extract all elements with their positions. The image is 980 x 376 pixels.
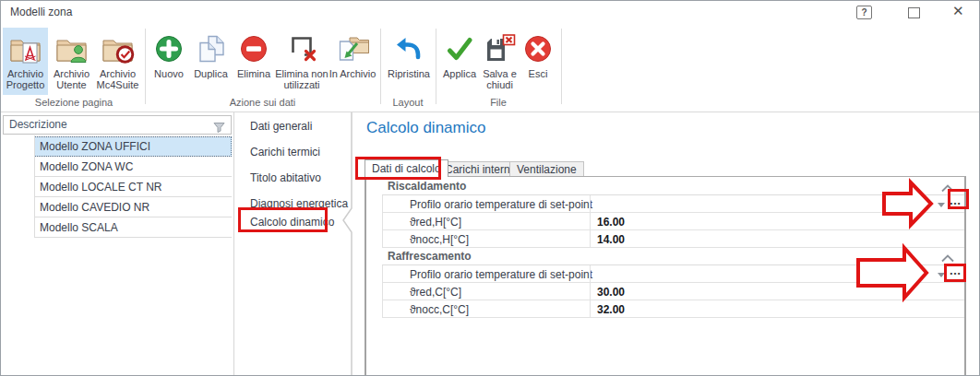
ribbon-button-label: Archivio Mc4Suite <box>93 68 142 90</box>
group-title: Raffrescamento <box>388 250 472 263</box>
exit-icon <box>522 30 554 67</box>
ribbon-button-label: Archivio Progetto <box>3 68 48 90</box>
property-value[interactable]: 14.00 <box>597 233 625 246</box>
ribbon-group-separator <box>561 29 562 104</box>
ribbon-button-label: Esci <box>529 68 548 79</box>
remove-icon <box>238 30 269 67</box>
delete-unused-icon <box>286 30 317 67</box>
property-grid: Riscaldamento Profilo orario temperature… <box>365 176 966 376</box>
property-row[interactable]: ϑred,C[°C] 30.00 <box>382 283 964 300</box>
list-header-label: Descrizione <box>9 118 67 131</box>
archivio-utente-button[interactable]: Archivio Utente <box>50 28 93 95</box>
archivio-mc4suite-button[interactable]: Archivio Mc4Suite <box>93 28 142 95</box>
list-panel-border <box>233 112 234 376</box>
group-row-raffrescamento[interactable]: Raffrescamento <box>382 248 964 265</box>
elimina-button[interactable]: Elimina <box>233 28 274 95</box>
list-item-label: Modello ZONA WC <box>40 160 133 173</box>
ribbon-button-label: Elimina non utilizzati <box>272 68 331 90</box>
group-row-riscaldamento[interactable]: Riscaldamento <box>382 178 964 195</box>
ribbon-button-label: Duplica <box>194 68 228 79</box>
add-icon <box>153 30 185 67</box>
ribbon-group-separator <box>145 29 146 104</box>
modelli-zona-window: Modelli zona ? ✕ Archivio Progetto <box>0 0 980 376</box>
property-value[interactable]: 16.00 <box>597 216 625 229</box>
list-item[interactable]: Modello LOCALE CT NR <box>34 177 232 197</box>
property-row[interactable]: ϑnocc,H[°C] 14.00 <box>382 230 964 248</box>
ribbon-group-label: Azione sui dati <box>145 97 380 108</box>
group-title: Riscaldamento <box>388 180 466 193</box>
elimina-non-utilizzati-button[interactable]: Elimina non utilizzati <box>272 28 331 95</box>
ribbon-button-label: Nuovo <box>154 68 184 79</box>
list-item-label: Modello CAVEDIO NR <box>40 201 149 214</box>
in-archivio-button[interactable]: In Archivio <box>326 28 379 95</box>
property-row[interactable]: Profilo orario temperature di set-point … <box>382 195 964 213</box>
property-label: Profilo orario temperature di set-point <box>410 198 592 211</box>
checkmark-icon <box>444 30 475 67</box>
folder-user-icon <box>54 30 89 67</box>
nuovo-button[interactable]: Nuovo <box>149 28 188 95</box>
annotation-box-raffrescamento-ellipsis <box>944 264 966 282</box>
ribbon-group-label: Selezione pagina <box>3 97 145 108</box>
ribbon-group-label: File <box>436 97 561 108</box>
ribbon-button-label: Ripristina <box>388 68 430 79</box>
property-label: ϑred,H[°C] <box>410 216 461 229</box>
ripristina-button[interactable]: Ripristina <box>385 28 433 95</box>
property-label: ϑnocc,C[°C] <box>410 303 469 316</box>
page-title: Calcolo dinamico <box>366 119 485 137</box>
property-label: Profilo orario temperature di set-point <box>410 268 592 281</box>
list-item-label: Modello SCALA <box>40 221 118 234</box>
ribbon-group-separator <box>436 29 436 104</box>
list-gutter-line <box>34 135 35 238</box>
nav-panel-border <box>341 112 353 376</box>
property-row[interactable]: ϑnocc,C[°C] 32.00 <box>382 300 964 318</box>
property-row[interactable]: Profilo orario temperature di set-point … <box>382 265 964 283</box>
ribbon-button-label: Archivio Utente <box>50 68 93 90</box>
tab-carichi-interni[interactable]: Carichi interni <box>437 161 520 177</box>
property-row[interactable]: ϑred,H[°C] 16.00 <box>382 213 964 230</box>
undo-icon <box>393 30 424 67</box>
nav-item-titolo-abitativo[interactable]: Titolo abitativo <box>250 171 321 184</box>
list-item[interactable]: Modello CAVEDIO NR <box>34 197 232 217</box>
ribbon-divider <box>1 112 980 112</box>
salva-e-chiudi-button[interactable]: Salva e chiudi <box>479 28 520 95</box>
to-archive-icon <box>336 30 370 67</box>
close-icon[interactable]: ✕ <box>952 4 964 18</box>
ribbon-button-label: In Archivio <box>329 68 376 79</box>
property-value[interactable]: 30.00 <box>597 286 625 299</box>
ribbon-group-separator <box>380 29 381 104</box>
save-close-icon <box>484 30 516 67</box>
esci-button[interactable]: Esci <box>520 28 556 95</box>
profile-editor-cell[interactable]: … <box>590 195 965 212</box>
folder-project-icon <box>8 30 42 67</box>
duplica-button[interactable]: Duplica <box>188 28 233 95</box>
ribbon-button-label: Applica <box>443 68 476 79</box>
profile-editor-cell[interactable]: … <box>590 265 965 282</box>
list-item[interactable]: Modello ZONA UFFICI <box>34 136 232 157</box>
annotation-box-nav-calcolo-dinamico <box>238 207 328 232</box>
window-title: Modelli zona <box>10 6 72 18</box>
property-label: ϑred,C[°C] <box>410 286 461 299</box>
maximize-icon[interactable] <box>908 7 920 18</box>
applica-button[interactable]: Applica <box>440 28 479 95</box>
annotation-box-riscaldamento-ellipsis <box>948 189 969 209</box>
nav-item-dati-generali[interactable]: Dati generali <box>250 120 312 133</box>
list-item-label: Modello ZONA UFFICI <box>40 140 150 153</box>
dropdown-icon[interactable] <box>938 203 945 207</box>
property-value[interactable]: 32.00 <box>597 303 625 316</box>
annotation-box-tab-dati-di-calcolo <box>355 157 441 180</box>
help-icon[interactable]: ? <box>856 6 872 19</box>
list-column-header[interactable]: Descrizione <box>3 115 232 135</box>
list-item[interactable]: Modello SCALA <box>34 217 232 238</box>
list-item-label: Modello LOCALE CT NR <box>40 181 162 194</box>
folder-mc4suite-icon <box>101 30 135 67</box>
nav-item-carichi-termici[interactable]: Carichi termici <box>250 146 320 159</box>
ribbon-button-label: Elimina <box>237 68 270 79</box>
property-label: ϑnocc,H[°C] <box>410 233 469 246</box>
archivio-progetto-button[interactable]: Archivio Progetto <box>3 28 48 95</box>
duplicate-icon <box>196 30 227 67</box>
ribbon-group-label: Layout <box>380 97 436 108</box>
list-item[interactable]: Modello ZONA WC <box>34 157 232 177</box>
tab-ventilazione[interactable]: Ventilazione <box>509 161 584 177</box>
ribbon-button-label: Salva e chiudi <box>479 68 520 90</box>
